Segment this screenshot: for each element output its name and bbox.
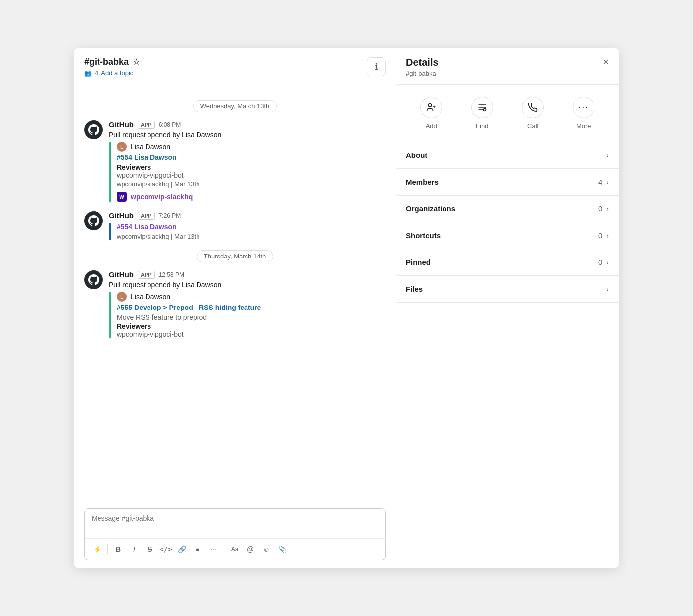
details-row-about[interactable]: About › (396, 142, 619, 169)
add-label: Add (426, 122, 437, 130)
sender-name-1: GitHub (109, 120, 134, 129)
channel-title: #git-babka ☆ (84, 57, 140, 67)
files-label: Files (406, 285, 423, 293)
message-text-3: Pull request opened by Lisa Dawson (109, 281, 261, 289)
message-input-box: ⚡ B I S </> 🔗 ≡ ··· Aa @ ☺ 📎 (84, 508, 386, 560)
card-pr-link-2[interactable]: #554 Lisa Dawson (117, 223, 199, 231)
details-row-shortcuts[interactable]: Shortcuts 0 › (396, 222, 619, 249)
separator-1 (107, 544, 108, 554)
bold-button[interactable]: B (111, 542, 126, 557)
card-3: L Lisa Dawson #555 Develop > Prepod - RS… (109, 292, 261, 338)
details-list: About › Members 4 › Organizations 0 › (396, 142, 619, 303)
files-right: › (606, 285, 609, 293)
card-reviewer-1: wpcomvip-vipgoci-bot (117, 171, 221, 179)
details-subtitle: #git-babka (406, 70, 439, 77)
sender-name-3: GitHub (109, 270, 134, 279)
card-meta-1: wpcomvip/slackhq | Mar 13th (117, 180, 221, 188)
channel-meta: 👥 4 Add a topic (84, 69, 140, 77)
lightning-button[interactable]: ⚡ (90, 542, 104, 557)
details-row-organizations[interactable]: Organizations 0 › (396, 196, 619, 222)
org-logo-1: W (117, 192, 127, 202)
message-input[interactable] (85, 509, 385, 536)
members-chevron-icon: › (606, 178, 609, 186)
message-group-3: GitHub APP 12:58 PM Pull request opened … (84, 270, 386, 339)
message-content-2: GitHub APP 7:26 PM #554 Lisa Dawson wpco… (109, 211, 199, 240)
action-add[interactable]: Add (420, 97, 442, 130)
more-icon-circle: ··· (573, 97, 594, 118)
find-icon-circle (471, 97, 493, 118)
details-row-files[interactable]: Files › (396, 276, 619, 303)
channel-name: #git-babka (84, 57, 129, 67)
members-icon: 👥 (84, 70, 92, 77)
message-input-area: ⚡ B I S </> 🔗 ≡ ··· Aa @ ☺ 📎 (74, 502, 396, 568)
details-row-members[interactable]: Members 4 › (396, 169, 619, 196)
card-1: L Lisa Dawson #554 Lisa Dawson Reviewers… (109, 142, 221, 202)
chat-messages: Wednesday, March 13th GitHub APP 6:08 PM… (74, 84, 396, 502)
shortcuts-chevron-icon: › (606, 232, 609, 240)
more-format-button[interactable]: ··· (206, 542, 221, 557)
shortcuts-label: Shortcuts (406, 231, 441, 240)
date-label-2: Thursday, March 14th (197, 250, 273, 262)
chat-header: #git-babka ☆ 👥 4 Add a topic ℹ (74, 48, 396, 84)
message-group-1: GitHub APP 6:08 PM Pull request opened b… (84, 120, 386, 202)
text-size-button[interactable]: Aa (227, 542, 242, 557)
organizations-right: 0 › (598, 205, 609, 213)
user-avatar-lisa-1: L (117, 142, 127, 152)
sender-name-2: GitHub (109, 211, 134, 220)
app-badge-1: APP (138, 121, 155, 129)
card-author-3: L Lisa Dawson (117, 292, 261, 302)
emoji-button[interactable]: ☺ (259, 542, 274, 557)
link-button[interactable]: 🔗 (174, 542, 189, 557)
formatting-toolbar: ⚡ B I S </> 🔗 ≡ ··· Aa @ ☺ 📎 (85, 538, 385, 560)
organizations-chevron-icon: › (606, 205, 609, 213)
about-right: › (606, 152, 609, 159)
user-avatar-lisa-3: L (117, 292, 127, 302)
card-author-1: L Lisa Dawson (117, 142, 221, 152)
details-row-pinned[interactable]: Pinned 0 › (396, 249, 619, 276)
strikethrough-button[interactable]: S (143, 542, 157, 557)
card-author-name-3: Lisa Dawson (131, 293, 170, 301)
details-header: Details #git-babka × (396, 48, 619, 85)
list-button[interactable]: ≡ (190, 542, 205, 557)
card-org-1: W wpcomvip-slackhq (117, 192, 221, 202)
star-icon[interactable]: ☆ (133, 57, 140, 67)
card-author-name-1: Lisa Dawson (131, 143, 170, 151)
card-pr-link-1[interactable]: #554 Lisa Dawson (117, 154, 221, 161)
italic-button[interactable]: I (127, 542, 142, 557)
about-label: About (406, 151, 427, 159)
action-more[interactable]: ··· More (573, 97, 594, 130)
mention-button[interactable]: @ (243, 542, 258, 557)
card-pr-link-3[interactable]: #555 Develop > Prepod - RSS hiding featu… (117, 304, 261, 311)
members-right: 4 › (598, 178, 609, 186)
topic-link[interactable]: Add a topic (101, 69, 133, 77)
info-button[interactable]: ℹ (367, 57, 386, 76)
message-content-3: GitHub APP 12:58 PM Pull request opened … (109, 270, 261, 339)
members-count: 4 (598, 178, 602, 186)
chat-panel: #git-babka ☆ 👥 4 Add a topic ℹ Wednesday… (74, 48, 396, 568)
close-button[interactable]: × (603, 57, 609, 67)
action-find[interactable]: Find (471, 97, 493, 130)
action-call[interactable]: Call (522, 97, 544, 130)
attachment-button[interactable]: 📎 (275, 542, 290, 557)
card-2: #554 Lisa Dawson wpcomvip/slackhq | Mar … (109, 223, 199, 240)
app-badge-2: APP (138, 212, 155, 220)
card-meta-2: wpcomvip/slackhq | Mar 13th (117, 233, 199, 240)
timestamp-3: 12:58 PM (159, 271, 184, 278)
code-button[interactable]: </> (158, 542, 173, 557)
more-label: More (576, 122, 591, 130)
call-icon-circle (522, 97, 544, 118)
members-label: Members (406, 178, 439, 186)
date-divider-1: Wednesday, March 13th (84, 100, 386, 112)
message-header-2: GitHub APP 7:26 PM (109, 211, 199, 220)
details-title: Details (406, 57, 439, 68)
shortcuts-right: 0 › (598, 231, 609, 240)
more-dots-icon: ··· (578, 103, 589, 113)
app-badge-3: APP (138, 271, 155, 279)
details-header-text: Details #git-babka (406, 57, 439, 77)
github-avatar-1 (84, 120, 103, 139)
card-reviewers-label-1: Reviewers (117, 163, 221, 171)
timestamp-1: 6:08 PM (159, 121, 181, 128)
message-content-1: GitHub APP 6:08 PM Pull request opened b… (109, 120, 221, 202)
org-link-1[interactable]: wpcomvip-slackhq (131, 193, 193, 201)
organizations-label: Organizations (406, 205, 455, 213)
